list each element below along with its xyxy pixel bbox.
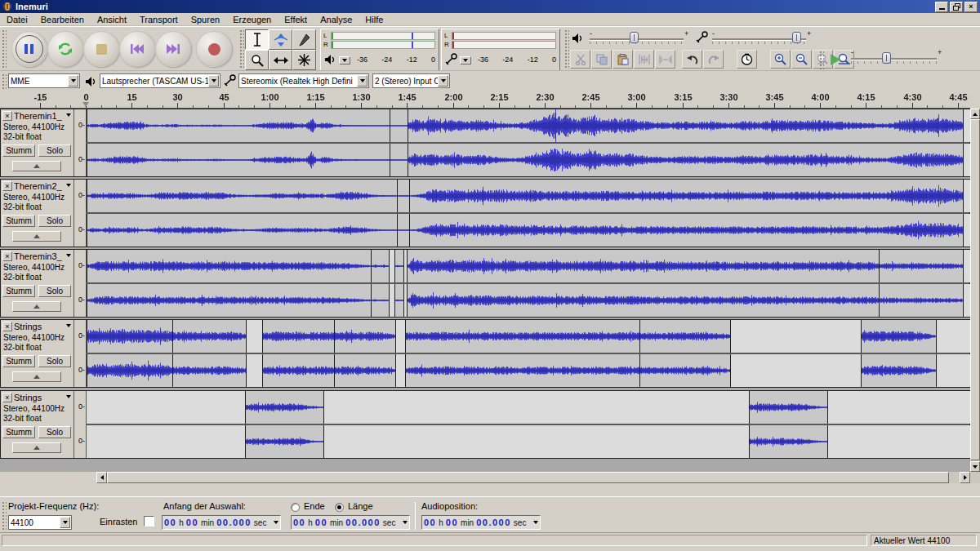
track-5-panel[interactable]: × Strings Stereo, 44100Hz 32-bit float S…: [1, 391, 74, 458]
audio-host-arrow[interactable]: [68, 75, 78, 87]
skip-end-button[interactable]: [155, 31, 191, 67]
track-2-menu-icon[interactable]: [66, 184, 71, 187]
draw-tool-button[interactable]: [292, 29, 316, 50]
title-bar[interactable]: Inemuri ×: [0, 0, 980, 13]
scroll-down-button[interactable]: [970, 461, 980, 472]
track-4-name[interactable]: Strings: [14, 322, 42, 331]
project-rate-arrow[interactable]: [60, 517, 70, 528]
cut-button[interactable]: [570, 50, 590, 69]
track-2-waveform-left[interactable]: [87, 180, 971, 212]
track-3-menu-icon[interactable]: [66, 254, 71, 257]
menu-spuren[interactable]: Spuren: [185, 14, 226, 25]
record-button[interactable]: [196, 31, 232, 67]
menu-bearbeiten[interactable]: Bearbeiten: [34, 14, 91, 25]
speed-slider-thumb[interactable]: [882, 52, 891, 64]
device-toolbar-grip[interactable]: [1, 73, 7, 89]
track-3-name[interactable]: Theremin3_: [14, 251, 62, 261]
track-1-menu-icon[interactable]: [66, 113, 71, 117]
selection-start-field[interactable]: 00h 00min 00.000sec: [162, 515, 281, 530]
audio-position-field[interactable]: 00h 00min 00.000sec: [421, 515, 541, 530]
envelope-tool-button[interactable]: [269, 29, 292, 50]
transcription-toolbar-grip[interactable]: [818, 50, 824, 69]
menu-erzeugen[interactable]: Erzeugen: [226, 14, 278, 25]
track-4-waveform-left[interactable]: [87, 320, 971, 353]
undo-button[interactable]: [682, 50, 702, 69]
pause-button[interactable]: [11, 31, 47, 67]
selection-start-field-arrow[interactable]: [271, 517, 280, 528]
menu-datei[interactable]: Datei: [0, 14, 34, 25]
scroll-right-button[interactable]: [960, 472, 970, 483]
track-1-close-button[interactable]: ×: [2, 111, 12, 121]
track-2-close-button[interactable]: ×: [2, 181, 12, 191]
input-volume-slider-thumb[interactable]: [792, 32, 801, 43]
track-2-panel[interactable]: × Theremin2_ Stereo, 44100Hz 32-bit floa…: [1, 180, 74, 247]
scroll-up-button[interactable]: [970, 109, 980, 119]
track-1-mute-button[interactable]: Stumm: [2, 144, 35, 157]
skip-start-button[interactable]: [119, 31, 155, 67]
track-3-mute-button[interactable]: Stumm: [2, 285, 35, 297]
loop-play-button[interactable]: [47, 31, 83, 67]
track-5-waveform-left[interactable]: [87, 391, 971, 424]
audio-position-field-arrow[interactable]: [531, 517, 540, 528]
project-rate-select[interactable]: 44100: [8, 515, 72, 530]
speed-slider[interactable]: [851, 58, 937, 60]
multi-tool-button[interactable]: [292, 50, 316, 70]
silence-audio-button[interactable]: [655, 50, 675, 69]
audio-host-select[interactable]: MME: [8, 73, 80, 88]
end-radio-label[interactable]: Ende: [304, 501, 325, 511]
selection-length-field[interactable]: 00h 00min 00.000sec: [291, 515, 410, 530]
track-5-mute-button[interactable]: Stumm: [2, 426, 35, 438]
track-4-waveform-right[interactable]: [87, 354, 971, 387]
menu-ansicht[interactable]: Ansicht: [91, 14, 133, 25]
timeshift-tool-button[interactable]: [269, 50, 292, 70]
minimize-button[interactable]: [935, 2, 948, 12]
snap-to-checkbox[interactable]: [144, 516, 154, 527]
selection-tool-button[interactable]: [245, 29, 269, 50]
track-5-menu-icon[interactable]: [66, 395, 71, 398]
track-2-waveform-right[interactable]: [87, 214, 971, 247]
stop-button[interactable]: [83, 31, 119, 67]
track-5-name[interactable]: Strings: [14, 393, 42, 402]
track-4-close-button[interactable]: ×: [2, 322, 12, 331]
track-1-vertical-ruler[interactable]: 0- 0-: [74, 109, 87, 176]
track-3-collapse-button[interactable]: [12, 301, 61, 312]
vertical-scrollbar[interactable]: [970, 109, 980, 483]
track-2-vertical-ruler[interactable]: 0- 0-: [74, 180, 87, 247]
track-1-waveform-left[interactable]: [87, 109, 971, 142]
track-5-close-button[interactable]: ×: [2, 393, 12, 402]
track-2-name[interactable]: Theremin2_: [14, 181, 62, 191]
track-5-vertical-ruler[interactable]: 0- 0-: [74, 391, 87, 458]
end-radio[interactable]: [291, 500, 300, 515]
recording-channels-arrow[interactable]: [438, 75, 448, 87]
mixer-toolbar-grip[interactable]: [564, 29, 569, 69]
track-4-solo-button[interactable]: Solo: [38, 355, 71, 367]
selection-toolbar-grip[interactable]: [1, 500, 7, 530]
copy-button[interactable]: [591, 50, 612, 69]
output-volume-slider-thumb[interactable]: [630, 32, 639, 43]
track-3-waveform-left[interactable]: [87, 250, 971, 282]
track-1-panel[interactable]: × Theremin1_ Stereo, 44100Hz 32-bit floa…: [1, 109, 74, 176]
vertical-scrollbar-thumb[interactable]: [970, 119, 980, 460]
recording-meter-dropdown[interactable]: [460, 56, 471, 64]
menu-transport[interactable]: Transport: [133, 14, 185, 25]
horizontal-scrollbar[interactable]: [96, 472, 970, 483]
track-4-panel[interactable]: × Strings Stereo, 44100Hz 32-bit float S…: [1, 320, 74, 387]
track-5-waveform-right[interactable]: [87, 425, 971, 458]
track-2-collapse-button[interactable]: [12, 231, 61, 242]
restore-button[interactable]: [950, 2, 963, 12]
tools-toolbar-grip[interactable]: [238, 29, 244, 69]
trim-audio-button[interactable]: [634, 50, 654, 69]
sync-lock-button[interactable]: [737, 50, 757, 69]
recording-meter[interactable]: L R -36-24-120: [441, 29, 560, 71]
redo-button[interactable]: [703, 50, 724, 69]
track-1-collapse-button[interactable]: [12, 161, 61, 171]
track-1-name[interactable]: Theremin1_: [14, 111, 62, 121]
playback-device-arrow[interactable]: [208, 75, 219, 87]
playback-meter-dropdown[interactable]: [339, 56, 350, 64]
recording-device-select[interactable]: Stereomix (Realtek High Defini: [238, 73, 369, 88]
timeline-ruler[interactable]: [0, 90, 970, 109]
track-3-close-button[interactable]: ×: [2, 251, 12, 261]
selection-length-field-arrow[interactable]: [400, 517, 409, 528]
menu-effekt[interactable]: Effekt: [278, 14, 314, 25]
scroll-left-button[interactable]: [96, 472, 107, 483]
